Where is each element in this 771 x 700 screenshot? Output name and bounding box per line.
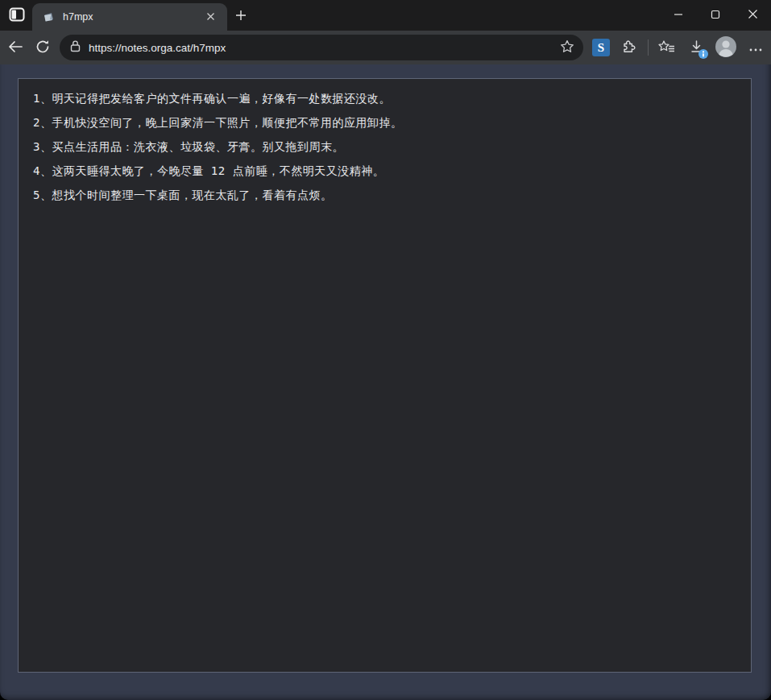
refresh-icon — [35, 39, 50, 56]
note-line-3: 3、买点生活用品：洗衣液、垃圾袋、牙膏。别又拖到周末。 — [33, 135, 736, 159]
maximize-button[interactable] — [697, 0, 734, 31]
notes-container[interactable]: 1、明天记得把发给客户的文件再确认一遍，好像有一处数据还没改。 2、手机快没空间… — [18, 78, 752, 673]
plus-icon — [235, 10, 247, 23]
tab-title: h7mpx — [63, 11, 201, 23]
s-extension-button[interactable]: S — [592, 39, 610, 56]
profile-avatar-button[interactable] — [714, 35, 738, 60]
browser-window: h7mpx — [0, 0, 771, 700]
favorites-collections-button[interactable] — [654, 35, 678, 60]
minimize-button[interactable] — [660, 0, 697, 31]
back-arrow-icon — [8, 40, 23, 56]
person-avatar-icon — [715, 35, 737, 60]
favorite-star-button[interactable] — [556, 36, 578, 59]
page-content: 1、明天记得把发给客户的文件再确认一遍，好像有一处数据还没改。 2、手机快没空间… — [0, 64, 771, 700]
star-outline-icon — [560, 39, 574, 56]
window-close-button[interactable] — [734, 0, 771, 31]
new-tab-button[interactable] — [230, 6, 251, 26]
url-text[interactable]: https://notes.orga.cat/h7mpx — [89, 42, 556, 54]
minimize-icon — [674, 10, 683, 22]
ellipsis-icon — [749, 42, 762, 54]
extensions-puzzle-button[interactable] — [616, 35, 640, 60]
note-line-4: 4、这两天睡得太晚了，今晚尽量 12 点前睡，不然明天又没精神。 — [33, 159, 736, 183]
tab-actions-icon — [9, 7, 25, 24]
address-bar[interactable]: https://notes.orga.cat/h7mpx — [60, 35, 583, 60]
window-controls — [660, 0, 771, 31]
favorites-star-list-icon — [658, 39, 675, 56]
lock-icon — [69, 39, 81, 56]
tab-close-button[interactable] — [201, 8, 219, 26]
tab-actions-button[interactable] — [6, 6, 27, 25]
note-line-5: 5、想找个时间整理一下桌面，现在太乱了，看着有点烦。 — [33, 183, 736, 207]
close-icon — [206, 11, 215, 23]
settings-menu-button[interactable] — [744, 35, 768, 60]
tab-h7mpx[interactable]: h7mpx — [32, 3, 227, 31]
downloads-button[interactable] — [684, 35, 708, 60]
toolbar: https://notes.orga.cat/h7mpx S — [0, 31, 771, 64]
maximize-icon — [711, 10, 720, 22]
puzzle-icon — [620, 39, 636, 56]
back-button[interactable] — [2, 34, 29, 61]
notes-favicon-icon — [42, 10, 56, 24]
note-line-1: 1、明天记得把发给客户的文件再确认一遍，好像有一处数据还没改。 — [33, 86, 736, 110]
toolbar-divider — [648, 39, 649, 56]
download-info-badge — [698, 49, 708, 59]
close-icon — [748, 9, 758, 22]
refresh-button[interactable] — [29, 34, 56, 61]
note-line-2: 2、手机快没空间了，晚上回家清一下照片，顺便把不常用的应用卸掉。 — [33, 110, 736, 135]
titlebar: h7mpx — [0, 0, 771, 31]
